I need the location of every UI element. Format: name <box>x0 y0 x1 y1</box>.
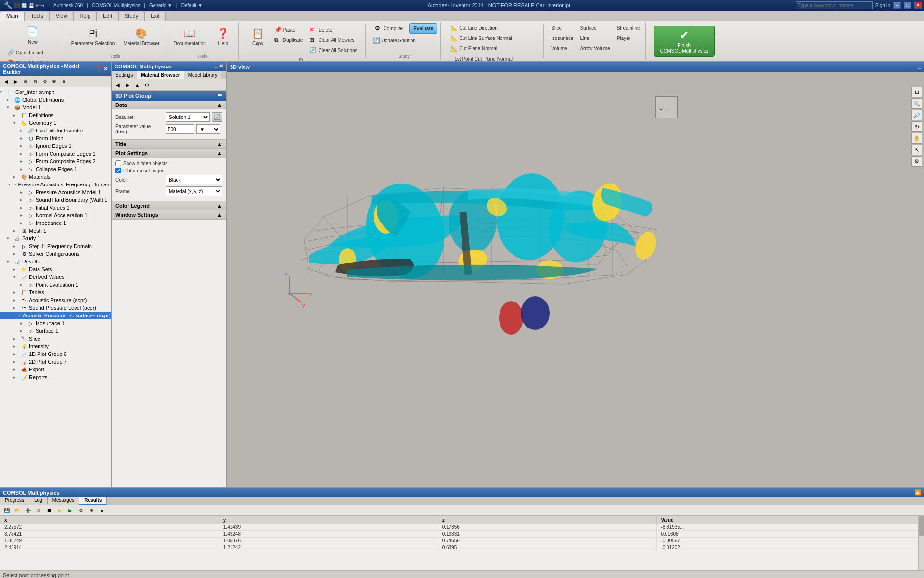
param-freq-input[interactable] <box>166 124 194 134</box>
tab-model-library[interactable]: Model Library <box>184 71 222 79</box>
zoom-in-btn[interactable]: 🔍 <box>911 98 922 109</box>
title-section-header[interactable]: Title ▲ <box>112 140 226 148</box>
show-hidden-checkbox[interactable] <box>116 160 121 166</box>
tree-item[interactable]: ▾📦Model 1 <box>0 104 111 111</box>
tree-item[interactable]: ▸▷Initial Values 1 <box>0 204 111 211</box>
select-btn[interactable]: ↖ <box>911 144 922 155</box>
pan-btn[interactable]: ✋ <box>911 133 922 144</box>
tab-main[interactable]: Main <box>0 12 25 21</box>
settings-close-icon[interactable]: ✕ <box>219 63 223 69</box>
st-up-btn[interactable]: ▲ <box>133 80 141 89</box>
btb-stop-btn[interactable]: ⏹ <box>44 506 54 514</box>
tree-item[interactable]: ▸▷Point Evaluation 1 <box>0 281 111 289</box>
material-browser-button[interactable]: 🎨 Material Browser <box>120 23 163 50</box>
tree-item[interactable]: ▸〜Sound Pressure Level (acpr) <box>0 304 111 312</box>
tree-item[interactable]: ▸📤Export <box>0 366 111 373</box>
tree-item[interactable]: ▸📋Definitions <box>0 111 111 119</box>
volume-button[interactable]: Volume <box>549 43 576 53</box>
tab-results[interactable]: Results <box>79 497 107 505</box>
tree-item[interactable]: ▸📈1D Plot Group 6 <box>0 350 111 358</box>
new-button[interactable]: 📄 New <box>5 23 61 47</box>
btb-delete-btn[interactable]: ✕ <box>34 506 43 514</box>
model-builder-close-icon[interactable]: ✕ <box>103 66 108 72</box>
st-forward-btn[interactable]: ▶ <box>123 80 132 89</box>
tree-item[interactable]: ▸🔗LiveLink for Inventor <box>0 127 111 134</box>
plot-settings-header[interactable]: Plot Settings ▲ <box>112 149 226 158</box>
streamline-button[interactable]: Streamline <box>615 23 642 33</box>
tab-log[interactable]: Log <box>29 497 48 505</box>
default-dropdown[interactable]: Default ▼ <box>181 3 203 8</box>
tree-item[interactable]: ▸▷Pressure Acoustics Model 1 <box>0 188 111 196</box>
tab-help[interactable]: Help <box>73 12 97 21</box>
btb-save-btn[interactable]: 💾 <box>2 506 12 514</box>
frame-select[interactable]: Material (x, y, z) <box>166 186 222 196</box>
tree-item[interactable]: ▸▷Collapse Edges 1 <box>0 165 111 173</box>
update-solution-button[interactable]: 🔄 Update Solution <box>371 36 438 45</box>
cut-line-surface-button[interactable]: 📐 Cut Line Surface Normal <box>448 33 538 43</box>
viewport-minimize-icon[interactable]: ─ <box>912 64 916 70</box>
tree-item[interactable]: ▸▷Ignore Edges 1 <box>0 142 111 150</box>
tree-item[interactable]: ▸▷Step 1: Frequency Domain <box>0 242 111 250</box>
cut-plane-normal-button[interactable]: 📐 Cut Plane Normal <box>448 43 538 53</box>
data-section-header[interactable]: Data ▲ <box>112 101 226 109</box>
generic-dropdown[interactable]: Generic ▼ <box>149 3 172 8</box>
dataset-select[interactable]: Solution 1 <box>166 112 210 122</box>
tab-study[interactable]: Study <box>118 12 144 21</box>
tree-item[interactable]: ▾〜Pressure Acoustics, Frequency Domain <box>0 181 111 188</box>
tab-exit[interactable]: Exit <box>144 12 166 21</box>
tree-item[interactable]: ▸▷Sound Hard Boundary (Wall) 1 <box>0 196 111 204</box>
color-legend-header[interactable]: Color Legend ▲ <box>112 201 226 210</box>
tree-item[interactable]: ▸⊞Mesh 1 <box>0 227 111 235</box>
evaluate-button[interactable]: Evaluate <box>409 23 437 34</box>
tree-item[interactable]: ▸💡Intensity <box>0 342 111 350</box>
clear-meshes-button[interactable]: ⊞ Clear All Meshes <box>307 35 359 45</box>
paste-button[interactable]: 📌 Paste <box>272 25 306 35</box>
color-select[interactable]: Black <box>166 175 222 184</box>
compute-button[interactable]: ⚙ Compute <box>371 23 408 34</box>
tree-item[interactable]: ▸⚙Solver Configurations <box>0 250 111 258</box>
tree-item[interactable]: ▾〜Acoustic Pressure, Isosurfaces (acpr) <box>0 312 111 319</box>
tree-item[interactable]: ▸▷Normal Acceleration 1 <box>0 211 111 219</box>
arrow-volume-button[interactable]: Arrow Volume <box>578 43 612 53</box>
tree-item[interactable]: ▸🎨Materials <box>0 173 111 181</box>
btb-open-btn[interactable]: 📂 <box>13 506 22 514</box>
window-settings-header[interactable]: Window Settings ▲ <box>112 210 226 219</box>
isosurface-button[interactable]: Isosurface <box>549 33 576 43</box>
tab-messages[interactable]: Messages <box>48 497 80 505</box>
btb-expand-btn[interactable]: ⊞ <box>87 506 96 514</box>
surface-button[interactable]: Surface <box>578 23 612 33</box>
tb-collapse-btn[interactable]: ⊖ <box>31 77 39 86</box>
plot-dataset-checkbox[interactable] <box>116 168 121 173</box>
line-button[interactable]: Line <box>578 33 612 43</box>
open-linked-button[interactable]: 🔗 Open Linked <box>5 48 61 57</box>
tree-item[interactable]: ▾📈Derived Values <box>0 273 111 281</box>
btb-green-btn[interactable]: ▶ <box>65 506 75 514</box>
cut-line-direction-button[interactable]: 📐 Cut Line Direction <box>448 23 538 33</box>
copy-button[interactable]: 📋 Copy <box>246 23 270 50</box>
tree-item[interactable]: ▸📊2D Plot Group 7 <box>0 358 111 366</box>
tb-back-btn[interactable]: ◀ <box>2 77 11 86</box>
bottom-expand-icon[interactable]: 🔼 <box>914 489 921 496</box>
slice-button[interactable]: Slice <box>549 23 576 33</box>
tab-tools[interactable]: Tools <box>25 12 50 21</box>
viewport[interactable]: 3D view ─ □ <box>227 62 924 487</box>
tab-edit[interactable]: Edit <box>97 12 118 21</box>
maximize-btn[interactable]: □ <box>904 2 911 9</box>
plot-group-edit-icon[interactable]: ✏ <box>218 92 222 99</box>
model-builder-help-icon[interactable]: ❓ <box>96 66 103 72</box>
tree-item[interactable]: ▾📐Geometry 1 <box>0 119 111 127</box>
scrollbar-thumb[interactable] <box>919 516 924 536</box>
sign-in-label[interactable]: Sign In <box>875 3 890 8</box>
param-freq-select[interactable]: ▼ <box>196 124 220 134</box>
tab-view[interactable]: View <box>50 12 74 21</box>
zoom-fit-btn[interactable]: ⊡ <box>911 87 922 97</box>
close-btn[interactable]: ✕ <box>914 2 922 9</box>
documentation-button[interactable]: 📖 Documentation <box>170 23 209 50</box>
tree-item[interactable]: ▸〜Acoustic Pressure (acpr) <box>0 296 111 304</box>
btb-settings-btn[interactable]: ⚙ <box>76 506 86 514</box>
tree-item[interactable]: ▸▷Form Composite Edges 2 <box>0 158 111 165</box>
tree-item[interactable]: ▾📄Car_interior.mph <box>0 88 111 96</box>
btb-more-btn[interactable]: ▸ <box>97 506 107 514</box>
tree-item[interactable]: ▸▷Form Composite Edges 1 <box>0 150 111 158</box>
tb-forward-btn[interactable]: ▶ <box>12 77 20 86</box>
